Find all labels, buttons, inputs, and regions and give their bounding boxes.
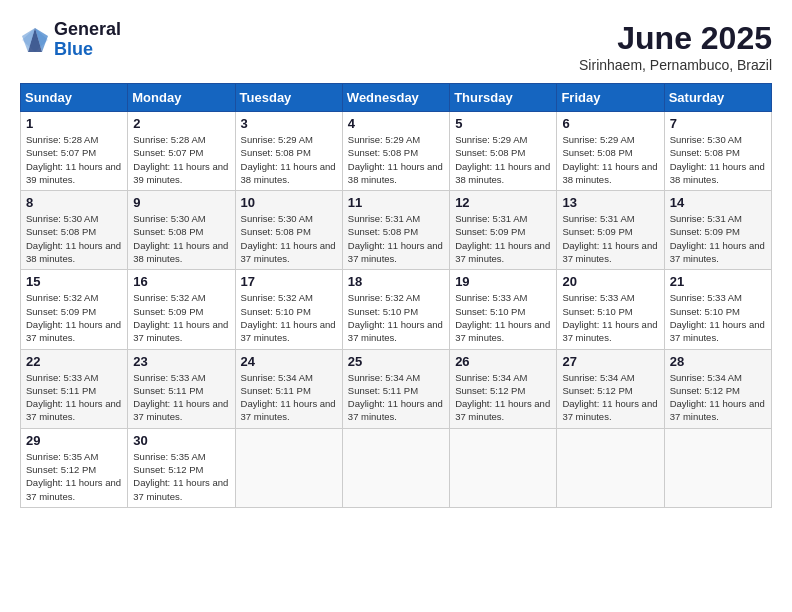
day-number: 7 bbox=[670, 116, 766, 131]
calendar-cell: 21Sunrise: 5:33 AMSunset: 5:10 PMDayligh… bbox=[664, 270, 771, 349]
calendar-week-row: 29Sunrise: 5:35 AMSunset: 5:12 PMDayligh… bbox=[21, 428, 772, 507]
day-info: Sunrise: 5:33 AMSunset: 5:10 PMDaylight:… bbox=[670, 291, 766, 344]
day-header-wednesday: Wednesday bbox=[342, 84, 449, 112]
day-info: Sunrise: 5:31 AMSunset: 5:08 PMDaylight:… bbox=[348, 212, 444, 265]
calendar-cell: 16Sunrise: 5:32 AMSunset: 5:09 PMDayligh… bbox=[128, 270, 235, 349]
logo-text: General Blue bbox=[54, 20, 121, 60]
logo-icon bbox=[20, 26, 50, 54]
calendar-cell bbox=[235, 428, 342, 507]
calendar-cell: 15Sunrise: 5:32 AMSunset: 5:09 PMDayligh… bbox=[21, 270, 128, 349]
day-number: 5 bbox=[455, 116, 551, 131]
day-info: Sunrise: 5:30 AMSunset: 5:08 PMDaylight:… bbox=[241, 212, 337, 265]
calendar-cell: 24Sunrise: 5:34 AMSunset: 5:11 PMDayligh… bbox=[235, 349, 342, 428]
calendar-week-row: 8Sunrise: 5:30 AMSunset: 5:08 PMDaylight… bbox=[21, 191, 772, 270]
day-number: 29 bbox=[26, 433, 122, 448]
day-info: Sunrise: 5:33 AMSunset: 5:11 PMDaylight:… bbox=[133, 371, 229, 424]
day-number: 2 bbox=[133, 116, 229, 131]
day-number: 4 bbox=[348, 116, 444, 131]
calendar-week-row: 15Sunrise: 5:32 AMSunset: 5:09 PMDayligh… bbox=[21, 270, 772, 349]
calendar-cell: 9Sunrise: 5:30 AMSunset: 5:08 PMDaylight… bbox=[128, 191, 235, 270]
day-number: 16 bbox=[133, 274, 229, 289]
calendar-cell: 17Sunrise: 5:32 AMSunset: 5:10 PMDayligh… bbox=[235, 270, 342, 349]
day-info: Sunrise: 5:29 AMSunset: 5:08 PMDaylight:… bbox=[562, 133, 658, 186]
day-info: Sunrise: 5:32 AMSunset: 5:10 PMDaylight:… bbox=[348, 291, 444, 344]
day-info: Sunrise: 5:28 AMSunset: 5:07 PMDaylight:… bbox=[133, 133, 229, 186]
calendar-cell: 18Sunrise: 5:32 AMSunset: 5:10 PMDayligh… bbox=[342, 270, 449, 349]
calendar-cell: 27Sunrise: 5:34 AMSunset: 5:12 PMDayligh… bbox=[557, 349, 664, 428]
day-number: 18 bbox=[348, 274, 444, 289]
day-number: 15 bbox=[26, 274, 122, 289]
day-info: Sunrise: 5:32 AMSunset: 5:10 PMDaylight:… bbox=[241, 291, 337, 344]
calendar-cell: 8Sunrise: 5:30 AMSunset: 5:08 PMDaylight… bbox=[21, 191, 128, 270]
day-number: 23 bbox=[133, 354, 229, 369]
day-number: 6 bbox=[562, 116, 658, 131]
day-info: Sunrise: 5:28 AMSunset: 5:07 PMDaylight:… bbox=[26, 133, 122, 186]
calendar-cell: 14Sunrise: 5:31 AMSunset: 5:09 PMDayligh… bbox=[664, 191, 771, 270]
day-info: Sunrise: 5:31 AMSunset: 5:09 PMDaylight:… bbox=[455, 212, 551, 265]
day-info: Sunrise: 5:29 AMSunset: 5:08 PMDaylight:… bbox=[455, 133, 551, 186]
calendar-cell: 20Sunrise: 5:33 AMSunset: 5:10 PMDayligh… bbox=[557, 270, 664, 349]
calendar-cell: 26Sunrise: 5:34 AMSunset: 5:12 PMDayligh… bbox=[450, 349, 557, 428]
day-number: 25 bbox=[348, 354, 444, 369]
day-info: Sunrise: 5:34 AMSunset: 5:11 PMDaylight:… bbox=[348, 371, 444, 424]
day-number: 24 bbox=[241, 354, 337, 369]
day-info: Sunrise: 5:34 AMSunset: 5:12 PMDaylight:… bbox=[562, 371, 658, 424]
calendar-cell bbox=[664, 428, 771, 507]
logo-general: General bbox=[54, 20, 121, 40]
day-number: 13 bbox=[562, 195, 658, 210]
calendar-cell: 7Sunrise: 5:30 AMSunset: 5:08 PMDaylight… bbox=[664, 112, 771, 191]
day-number: 10 bbox=[241, 195, 337, 210]
calendar-cell: 30Sunrise: 5:35 AMSunset: 5:12 PMDayligh… bbox=[128, 428, 235, 507]
day-info: Sunrise: 5:31 AMSunset: 5:09 PMDaylight:… bbox=[670, 212, 766, 265]
day-number: 26 bbox=[455, 354, 551, 369]
day-info: Sunrise: 5:33 AMSunset: 5:10 PMDaylight:… bbox=[455, 291, 551, 344]
calendar-cell: 4Sunrise: 5:29 AMSunset: 5:08 PMDaylight… bbox=[342, 112, 449, 191]
day-number: 14 bbox=[670, 195, 766, 210]
day-header-friday: Friday bbox=[557, 84, 664, 112]
calendar-cell: 28Sunrise: 5:34 AMSunset: 5:12 PMDayligh… bbox=[664, 349, 771, 428]
day-header-sunday: Sunday bbox=[21, 84, 128, 112]
day-number: 17 bbox=[241, 274, 337, 289]
page-header: General Blue June 2025 Sirinhaem, Pernam… bbox=[20, 20, 772, 73]
day-header-tuesday: Tuesday bbox=[235, 84, 342, 112]
day-header-thursday: Thursday bbox=[450, 84, 557, 112]
day-info: Sunrise: 5:30 AMSunset: 5:08 PMDaylight:… bbox=[26, 212, 122, 265]
day-number: 1 bbox=[26, 116, 122, 131]
calendar-cell: 3Sunrise: 5:29 AMSunset: 5:08 PMDaylight… bbox=[235, 112, 342, 191]
day-number: 22 bbox=[26, 354, 122, 369]
day-info: Sunrise: 5:29 AMSunset: 5:08 PMDaylight:… bbox=[241, 133, 337, 186]
calendar-cell: 10Sunrise: 5:30 AMSunset: 5:08 PMDayligh… bbox=[235, 191, 342, 270]
day-info: Sunrise: 5:35 AMSunset: 5:12 PMDaylight:… bbox=[26, 450, 122, 503]
calendar-cell: 6Sunrise: 5:29 AMSunset: 5:08 PMDaylight… bbox=[557, 112, 664, 191]
calendar-cell: 22Sunrise: 5:33 AMSunset: 5:11 PMDayligh… bbox=[21, 349, 128, 428]
day-number: 30 bbox=[133, 433, 229, 448]
calendar-cell: 13Sunrise: 5:31 AMSunset: 5:09 PMDayligh… bbox=[557, 191, 664, 270]
day-number: 19 bbox=[455, 274, 551, 289]
calendar-cell: 2Sunrise: 5:28 AMSunset: 5:07 PMDaylight… bbox=[128, 112, 235, 191]
calendar-cell: 11Sunrise: 5:31 AMSunset: 5:08 PMDayligh… bbox=[342, 191, 449, 270]
day-info: Sunrise: 5:32 AMSunset: 5:09 PMDaylight:… bbox=[26, 291, 122, 344]
calendar-cell: 19Sunrise: 5:33 AMSunset: 5:10 PMDayligh… bbox=[450, 270, 557, 349]
title-block: June 2025 Sirinhaem, Pernambuco, Brazil bbox=[579, 20, 772, 73]
day-number: 28 bbox=[670, 354, 766, 369]
day-info: Sunrise: 5:33 AMSunset: 5:11 PMDaylight:… bbox=[26, 371, 122, 424]
month-title: June 2025 bbox=[579, 20, 772, 57]
day-info: Sunrise: 5:30 AMSunset: 5:08 PMDaylight:… bbox=[670, 133, 766, 186]
day-number: 20 bbox=[562, 274, 658, 289]
logo-blue: Blue bbox=[54, 40, 121, 60]
day-number: 21 bbox=[670, 274, 766, 289]
calendar-cell: 25Sunrise: 5:34 AMSunset: 5:11 PMDayligh… bbox=[342, 349, 449, 428]
calendar-cell: 5Sunrise: 5:29 AMSunset: 5:08 PMDaylight… bbox=[450, 112, 557, 191]
calendar-cell: 1Sunrise: 5:28 AMSunset: 5:07 PMDaylight… bbox=[21, 112, 128, 191]
day-number: 3 bbox=[241, 116, 337, 131]
day-info: Sunrise: 5:34 AMSunset: 5:12 PMDaylight:… bbox=[670, 371, 766, 424]
calendar-cell bbox=[450, 428, 557, 507]
day-info: Sunrise: 5:34 AMSunset: 5:11 PMDaylight:… bbox=[241, 371, 337, 424]
day-number: 27 bbox=[562, 354, 658, 369]
day-info: Sunrise: 5:32 AMSunset: 5:09 PMDaylight:… bbox=[133, 291, 229, 344]
location: Sirinhaem, Pernambuco, Brazil bbox=[579, 57, 772, 73]
day-info: Sunrise: 5:31 AMSunset: 5:09 PMDaylight:… bbox=[562, 212, 658, 265]
calendar-cell: 12Sunrise: 5:31 AMSunset: 5:09 PMDayligh… bbox=[450, 191, 557, 270]
calendar-header-row: SundayMondayTuesdayWednesdayThursdayFrid… bbox=[21, 84, 772, 112]
day-info: Sunrise: 5:35 AMSunset: 5:12 PMDaylight:… bbox=[133, 450, 229, 503]
